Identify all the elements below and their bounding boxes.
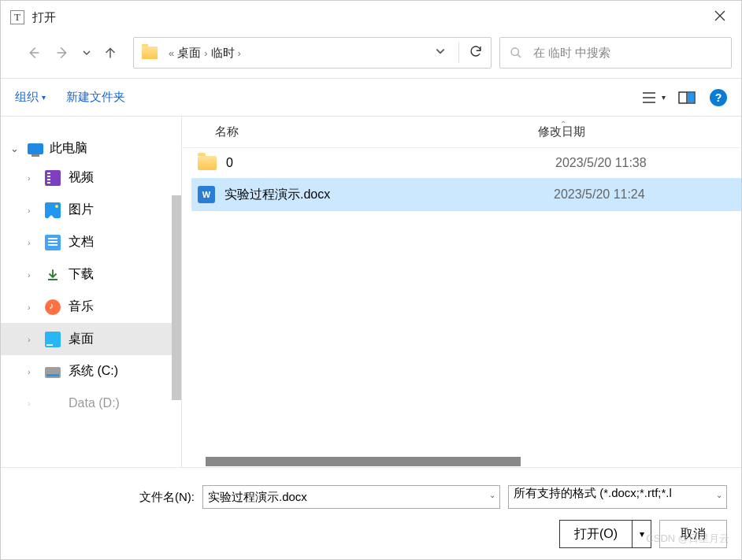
column-name-label: 名称 (215, 124, 239, 139)
sidebar-item-drive-d[interactable]: › Data (D:) (1, 388, 181, 419)
filter-combo[interactable]: 所有支持的格式 (*.docx;*.rtf;*.l ⌄ (508, 485, 727, 509)
sidebar-item-desktop[interactable]: › 桌面 (1, 323, 181, 355)
chevron-right-icon: › (28, 399, 37, 408)
toolbar: 组织 ▾ 新建文件夹 ▾ ? (1, 78, 741, 117)
refresh-button[interactable] (469, 44, 483, 61)
file-date: 2023/5/20 11:24 (554, 187, 645, 202)
list-view-icon (641, 91, 657, 104)
preview-pane-button[interactable] (678, 91, 696, 104)
chevron-down-icon (82, 48, 91, 57)
window-title: 打开 (32, 10, 708, 25)
sidebar-item-drive-c[interactable]: › 系统 (C:) (1, 355, 181, 388)
sidebar-item-label: 下载 (69, 266, 94, 283)
arrow-left-icon (24, 44, 42, 61)
chevron-right-icon: › (28, 270, 37, 280)
drive-icon (45, 367, 61, 378)
folder-icon (142, 46, 158, 59)
chevron-right-icon: › (28, 173, 37, 183)
scrollbar-thumb[interactable] (206, 457, 521, 466)
chevron-right-icon: › (28, 238, 37, 247)
file-name: 0 (226, 156, 555, 170)
column-date[interactable]: 修改日期 (538, 124, 741, 139)
column-name[interactable]: 名称 (215, 124, 538, 139)
breadcrumb-prefix: « (169, 47, 174, 59)
sidebar-item-label: 桌面 (69, 331, 94, 347)
app-icon: T (10, 10, 24, 24)
arrow-up-icon (102, 44, 119, 61)
horizontal-scrollbar[interactable] (182, 456, 741, 467)
filename-label: 文件名(N): (139, 490, 195, 505)
video-icon (45, 170, 61, 186)
filter-display: 所有支持的格式 (*.docx;*.rtf;*.l (508, 485, 727, 509)
sidebar: ⌄ 此电脑 › 视频 › 图片 › 文档 › 下载 › (1, 117, 182, 467)
sidebar-item-label: 音乐 (69, 299, 94, 315)
file-date: 2023/5/20 11:38 (555, 156, 647, 170)
refresh-icon (469, 44, 483, 58)
chevron-down-icon: ▾ (662, 93, 666, 102)
breadcrumb-item[interactable]: 临时 (211, 46, 235, 61)
forward-button[interactable] (48, 38, 78, 68)
chevron-down-icon: ⌄ (489, 491, 495, 499)
nav-row: « 桌面 › 临时 › 在 临时 中搜索 (1, 34, 741, 78)
sidebar-item-music[interactable]: › 音乐 (1, 291, 181, 323)
breadcrumb-separator: › (238, 47, 241, 59)
close-icon (714, 10, 725, 21)
drive-icon (45, 395, 61, 411)
chevron-down-icon: ⌄ (10, 143, 21, 154)
arrow-right-icon (54, 44, 72, 61)
docx-icon: W (198, 186, 215, 203)
breadcrumb-separator: › (204, 47, 207, 59)
file-row-folder[interactable]: 0 2023/5/20 11:38 (182, 148, 741, 178)
filename-combo[interactable]: ⌄ (202, 485, 500, 509)
open-button[interactable]: 打开(O) ▾ (559, 520, 651, 548)
sidebar-item-documents[interactable]: › 文档 (1, 226, 181, 258)
open-button-dropdown[interactable]: ▾ (632, 521, 651, 547)
sidebar-scrollbar[interactable] (172, 195, 181, 400)
close-button[interactable] (708, 10, 732, 24)
title-bar: T 打开 (1, 1, 741, 34)
tree-root-this-pc[interactable]: ⌄ 此电脑 (1, 135, 181, 161)
address-bar[interactable]: « 桌面 › 临时 › (133, 37, 492, 69)
chevron-right-icon: › (28, 367, 37, 376)
chevron-down-icon (435, 46, 446, 57)
document-icon (45, 235, 61, 250)
help-button[interactable]: ? (710, 89, 727, 106)
up-button[interactable] (95, 38, 125, 68)
address-dropdown[interactable] (435, 46, 446, 60)
footer-panel: 文件名(N): ⌄ 所有支持的格式 (*.docx;*.rtf;*.l ⌄ 打开… (1, 467, 741, 559)
chevron-down-icon: ▾ (42, 93, 46, 102)
svg-rect-2 (688, 93, 694, 102)
back-button[interactable] (18, 38, 48, 68)
sidebar-item-pictures[interactable]: › 图片 (1, 194, 181, 226)
column-headers: ⌃ 名称 修改日期 (182, 117, 741, 148)
new-folder-button[interactable]: 新建文件夹 (66, 90, 125, 105)
sidebar-item-videos[interactable]: › 视频 (1, 161, 181, 194)
help-icon: ? (715, 91, 722, 104)
cancel-button[interactable]: 取消 (659, 520, 727, 548)
search-placeholder: 在 临时 中搜索 (533, 46, 610, 61)
filename-input[interactable] (202, 485, 500, 509)
chevron-right-icon: › (28, 302, 37, 312)
view-menu[interactable]: ▾ (641, 91, 666, 104)
sidebar-item-label: 文档 (69, 234, 94, 250)
breadcrumb-item[interactable]: 桌面 (177, 46, 201, 61)
svg-point-0 (511, 48, 518, 55)
organize-label: 组织 (15, 90, 39, 105)
search-box[interactable]: 在 临时 中搜索 (499, 37, 732, 69)
music-icon (45, 299, 61, 315)
sidebar-item-label: 视频 (69, 169, 94, 186)
recent-dropdown[interactable] (78, 38, 95, 68)
sidebar-item-label: 系统 (C:) (69, 363, 118, 380)
organize-menu[interactable]: 组织 ▾ (15, 90, 46, 105)
sidebar-item-downloads[interactable]: › 下载 (1, 258, 181, 291)
cancel-button-label: 取消 (681, 526, 706, 543)
search-icon (510, 46, 522, 59)
preview-pane-icon (678, 91, 696, 104)
file-row-docx[interactable]: W 实验过程演示.docx 2023/5/20 11:24 (182, 178, 741, 211)
file-area: ⌃ 名称 修改日期 0 2023/5/20 11:38 W 实验过程演示.doc… (182, 117, 741, 467)
chevron-right-icon: › (28, 335, 37, 344)
open-button-label: 打开(O) (560, 521, 632, 547)
folder-icon (198, 156, 217, 170)
computer-icon (28, 143, 43, 154)
chevron-right-icon: › (28, 206, 37, 215)
